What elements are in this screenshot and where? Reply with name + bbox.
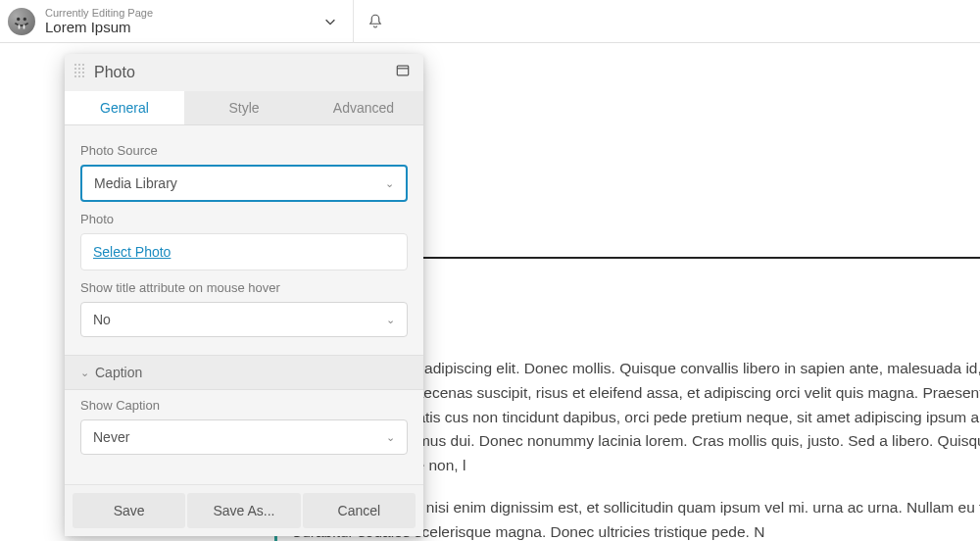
- avatar[interactable]: [8, 8, 35, 35]
- show-title-select[interactable]: No ⌄: [80, 302, 408, 337]
- panel-header: Photo: [65, 54, 423, 91]
- drag-handle[interactable]: [74, 64, 86, 81]
- show-title-label: Show title attribute on mouse hover: [80, 280, 408, 295]
- page-switcher-button[interactable]: [316, 7, 345, 36]
- photo-source-value: Media Library: [94, 175, 177, 191]
- tab-style[interactable]: Style: [184, 91, 304, 124]
- settings-panel: Photo General Style Advanced Photo Sourc…: [65, 54, 423, 536]
- svg-point-0: [17, 17, 20, 20]
- top-bar-left: Currently Editing Page Lorem Ipsum: [0, 7, 353, 36]
- svg-rect-2: [397, 66, 408, 75]
- panel-body[interactable]: Photo Source Media Library ⌄ Photo Selec…: [65, 125, 423, 484]
- top-bar: Currently Editing Page Lorem Ipsum: [0, 0, 980, 43]
- walrus-icon: [12, 12, 31, 31]
- show-caption-value: Never: [93, 429, 129, 445]
- caption-section-toggle[interactable]: ⌄ Caption: [65, 355, 423, 390]
- photo-label: Photo: [80, 212, 408, 226]
- panel-expand-button[interactable]: [396, 64, 410, 81]
- caption-section-body: Show Caption Never ⌄: [80, 390, 408, 465]
- bell-icon: [367, 13, 384, 30]
- panel-footer: Save Save As... Cancel: [65, 484, 423, 536]
- show-caption-select[interactable]: Never ⌄: [80, 419, 408, 455]
- tab-advanced[interactable]: Advanced: [304, 91, 423, 124]
- panel-tabs: General Style Advanced: [65, 91, 423, 125]
- notifications-button[interactable]: [354, 0, 397, 43]
- cancel-button[interactable]: Cancel: [303, 493, 416, 528]
- tab-general[interactable]: General: [65, 91, 184, 124]
- photo-field: Select Photo: [80, 233, 408, 270]
- show-title-value: No: [93, 312, 111, 327]
- photo-source-select[interactable]: Media Library ⌄: [80, 165, 408, 202]
- save-as-button[interactable]: Save As...: [187, 493, 300, 528]
- window-icon: [396, 64, 410, 77]
- chevron-down-icon: ⌄: [386, 431, 395, 444]
- chevron-down-icon: [323, 15, 337, 28]
- select-photo-link[interactable]: Select Photo: [93, 244, 171, 260]
- svg-point-1: [24, 17, 26, 20]
- chevron-down-icon: ⌄: [385, 177, 394, 190]
- chevron-down-icon: ⌄: [386, 314, 395, 326]
- editing-label: Currently Editing Page: [45, 7, 153, 20]
- caption-section-heading: Caption: [95, 365, 142, 380]
- chevron-down-icon: ⌄: [80, 367, 89, 379]
- photo-source-label: Photo Source: [80, 143, 408, 158]
- save-button[interactable]: Save: [73, 493, 185, 528]
- panel-title: Photo: [94, 64, 135, 81]
- page-title: Lorem Ipsum: [45, 19, 153, 35]
- show-caption-label: Show Caption: [80, 398, 408, 413]
- page-meta: Currently Editing Page Lorem Ipsum: [45, 7, 153, 36]
